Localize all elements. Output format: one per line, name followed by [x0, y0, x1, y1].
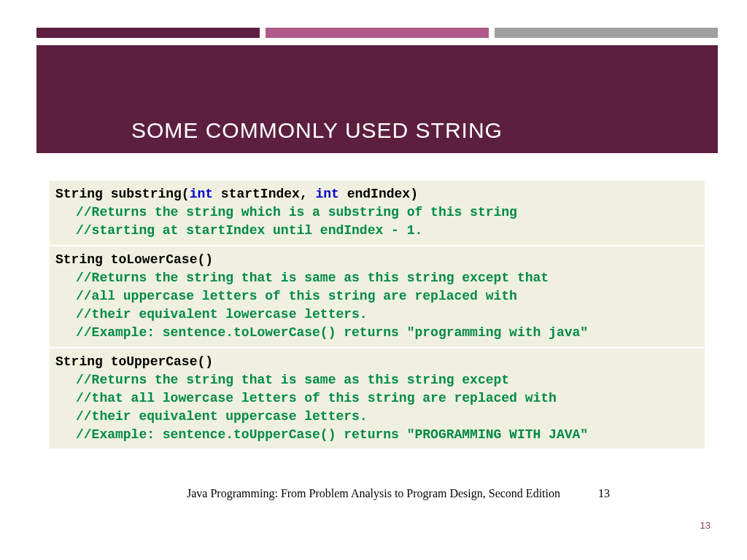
- footer-book-title: Java Programming: From Problem Analysis …: [0, 487, 747, 500]
- accent-bar-pink: [266, 28, 489, 38]
- comment-line: //Example: sentence.toLowerCase() return…: [55, 324, 699, 342]
- accent-bar-gray: [495, 28, 718, 38]
- comment-line: //Example: sentence.toUpperCase() return…: [55, 426, 699, 444]
- method-signature: String toUpperCase(): [55, 353, 699, 371]
- comment-line: //their equivalent uppercase letters.: [55, 408, 699, 426]
- comment-line: //their equivalent lowercase letters.: [55, 306, 699, 324]
- method-signature: String toLowerCase(): [55, 251, 699, 269]
- method-touppercase: String toUpperCase() //Returns the strin…: [50, 349, 705, 449]
- footer-page-inline: 13: [598, 487, 610, 500]
- comment-line: //Returns the string that is same as thi…: [55, 269, 699, 287]
- method-signature: String substring(int startIndex, int end…: [55, 185, 699, 203]
- code-listing: String substring(int startIndex, int end…: [50, 181, 705, 448]
- accent-bar-dark: [36, 28, 260, 38]
- method-tolowercase: String toLowerCase() //Returns the strin…: [50, 246, 705, 349]
- method-substring: String substring(int startIndex, int end…: [50, 181, 705, 246]
- comment-line: //starting at startIndex until endIndex …: [55, 222, 699, 240]
- page-number-corner: 13: [700, 520, 711, 531]
- comment-line: //Returns the string that is same as thi…: [55, 371, 699, 389]
- comment-line: //Returns the string which is a substrin…: [55, 203, 699, 222]
- comment-line: //that all lowercase letters of this str…: [55, 389, 699, 408]
- comment-line: //all uppercase letters of this string a…: [55, 287, 699, 306]
- title-banner: SOME COMMONLY USED STRING: [36, 45, 718, 153]
- accent-bars: [36, 28, 718, 38]
- slide-title: SOME COMMONLY USED STRING: [131, 118, 718, 143]
